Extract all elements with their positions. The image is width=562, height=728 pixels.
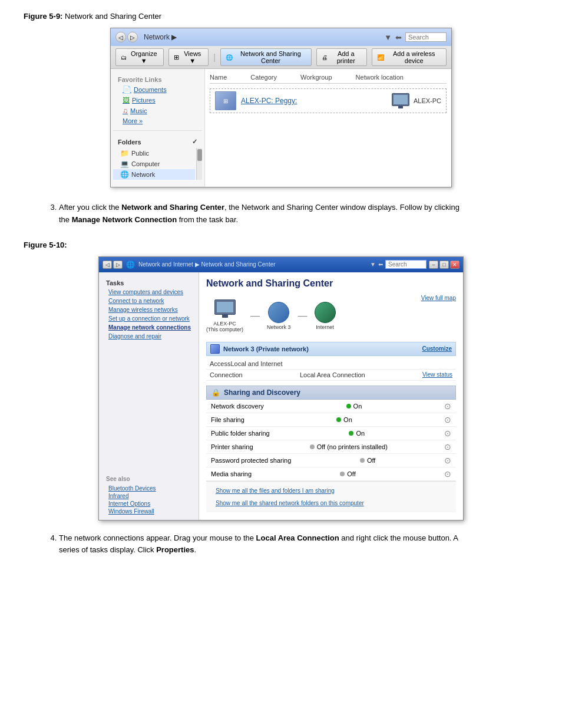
network-computer-icons: ALEX-PC [390,91,441,110]
media-expand[interactable]: ⊙ [444,469,451,479]
monitor-base [398,106,403,108]
sharing-links-section: Show me all the files and folders I am s… [206,481,456,512]
back-button[interactable]: ◁ [115,32,126,42]
fwd-btn2[interactable]: ▷ [113,261,123,269]
step-3: After you click the Network and Sharing … [59,202,471,226]
printer-icon: 🖨 [322,54,328,61]
password-expand[interactable]: ⊙ [444,456,451,465]
sidebar2-link-manage[interactable]: Manage network connections [101,323,196,332]
views-button[interactable]: ⊞ Views ▼ [168,48,209,66]
wireless-icon: 📶 [377,54,384,61]
sharing-row-printer: Printer sharing Off (no printers install… [206,440,456,454]
views-icon: ⊞ [174,54,179,61]
scroll-bar[interactable] [196,148,202,180]
col-name: Name [210,74,227,81]
breadcrumb: Network ▶ [144,33,177,41]
nsc-diagram: ALEX-PC(This computer) — Network 3 — Int… [206,299,336,332]
see-also-bluetooth[interactable]: Bluetooth Devices [101,485,196,492]
breadcrumb2: Network and Internet ▶ Network and Shari… [138,261,276,268]
network-section-icon [210,344,220,354]
sidebar2: Tasks View computers and devices Connect… [99,272,199,520]
public-folder-icon: 📁 [120,149,129,157]
see-also-section: See also Bluetooth Devices Infrared Inte… [101,473,196,515]
sidebar2-link-diagnose[interactable]: Diagnose and repair [101,332,196,341]
network-node-label: Network 3 [267,324,291,330]
discovery-expand[interactable]: ⊙ [444,401,451,411]
password-sharing-status: Off [360,457,375,464]
content-area: Name Category Workgroup Network location… [205,69,451,187]
forward-button[interactable]: ▷ [127,32,138,42]
column-headers: Name Category Workgroup Network location [210,74,447,84]
alexpc-icon [213,299,237,319]
music-icon: ♫ [123,107,128,115]
sidebar2-link-setup[interactable]: Set up a connection or network [101,314,196,323]
sidebar-item-pictures[interactable]: 🖼 Pictures [113,95,202,106]
connection-label: Connection [210,371,243,378]
file-row[interactable]: ⊞ ALEX-PC: Peggy: ALEX-PC [210,88,447,113]
printer-expand[interactable]: ⊙ [444,442,451,452]
col-category: Category [250,74,277,81]
access-row: Access Local and Internet [206,358,456,370]
search-input2[interactable] [385,260,427,269]
network-node-icon [268,302,289,323]
titlebar: ◁ ▷ Network ▶ ▼ ⬅ [111,28,451,46]
sidebar-item-documents[interactable]: 📄 Documents [113,84,202,95]
more-link[interactable]: More » [113,116,202,126]
dropdown-arrow-icon: ▼ [384,33,392,42]
see-also-internet-options[interactable]: Internet Options [101,500,196,508]
col-network-location: Network location [356,74,404,81]
printer-sharing-status: Off (no printers installed) [310,443,388,450]
see-also-infrared[interactable]: Infrared [101,492,196,500]
sharing-icon: 🔒 [211,388,220,397]
see-also-firewall[interactable]: Windows Firewall [101,508,196,515]
sidebar-item-music[interactable]: ♫ Music [113,106,202,116]
sidebar2-link-connect[interactable]: Connect to a network [101,297,196,305]
sharing-link-2[interactable]: Show me all the shared network folders o… [211,498,451,509]
search-input[interactable] [405,32,447,42]
min-btn[interactable]: – [429,261,438,269]
sidebar: Favorite Links 📄 Documents 🖼 Pictures ♫ … [111,69,205,187]
folder-item-computer[interactable]: 💻 Computer [113,159,195,169]
file-name: ALEX-PC: Peggy: [241,97,312,105]
nsc-node-internet: Internet [315,302,336,330]
folders-header: Folders ✓ [113,136,202,148]
back-btn2[interactable]: ◁ [103,261,112,269]
view-status-link[interactable]: View status [422,371,452,378]
network-folder-icon: 🌐 [120,170,129,179]
arrow-2: — [298,311,308,321]
folder-item-network[interactable]: 🌐 Network [113,169,195,180]
toolbar-sep-1: | [213,52,216,62]
see-also-label: See also [101,473,196,485]
nsc-title: Network and Sharing Center [206,278,456,289]
nsc-node-alexpc: ALEX-PC(This computer) [206,299,243,332]
sidebar2-link-view-computers[interactable]: View computers and devices [101,288,196,297]
file-sharing-expand[interactable]: ⊙ [444,415,451,424]
customize-link[interactable]: Customize [422,345,452,352]
access-value: Local and Internet [230,360,282,367]
sharing-link-1[interactable]: Show me all the files and folders I am s… [211,485,451,496]
file-sharing-status: On [336,416,352,423]
folder-scroll-area: 📁 Public 💻 Computer 🌐 Network [113,148,202,180]
max-btn[interactable]: □ [439,261,449,269]
add-printer-button[interactable]: 🖨 Add a printer [316,48,367,66]
public-sharing-expand[interactable]: ⊙ [444,429,451,438]
sidebar2-link-wireless[interactable]: Manage wireless networks [101,305,196,314]
close-btn[interactable]: ✕ [450,261,459,269]
internet-node-label: Internet [315,324,336,330]
view-full-map-link[interactable]: View full map [421,295,456,301]
connection-value: Local Area Connection [300,371,365,378]
discovery-dot [346,404,351,409]
step-list-2: The network connections appear. Drag you… [59,532,538,557]
folders-collapse-icon[interactable]: ✓ [192,138,197,146]
network-sharing-button[interactable]: 🌐 Network and Sharing Center [220,48,312,66]
file-sharing-dot [336,417,341,422]
public-sharing-status: On [349,430,365,437]
nsc-content: Network and Sharing Center ALEX-PC(This … [199,272,463,520]
alexpc-label: ALEX-PC(This computer) [206,321,243,332]
nsc-node-network: Network 3 [267,302,291,330]
public-sharing-dot [349,431,353,436]
folder-item-public[interactable]: 📁 Public [113,148,195,159]
add-wireless-button[interactable]: 📶 Add a wireless device [372,48,447,66]
col-workgroup: Workgroup [300,74,332,81]
organize-button[interactable]: 🗂 Organize ▼ [115,48,164,66]
